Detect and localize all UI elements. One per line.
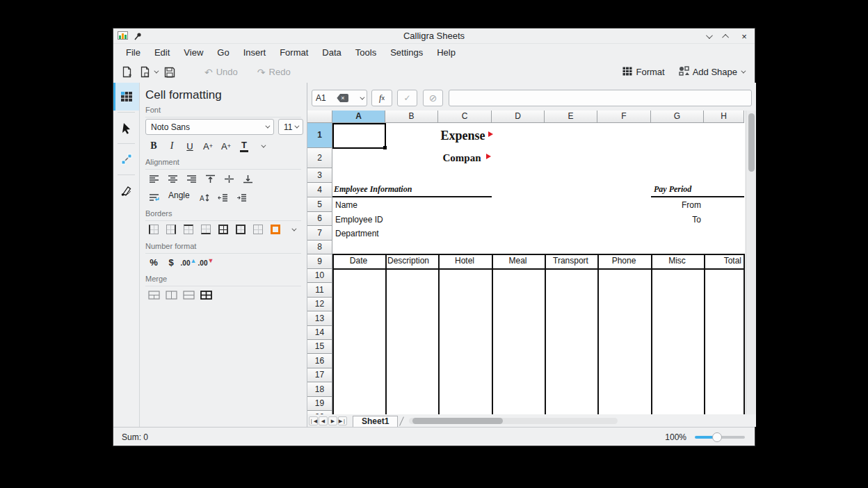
shrink-font-icon[interactable]: A+ bbox=[218, 139, 234, 153]
align-center-icon[interactable] bbox=[164, 172, 181, 186]
menu-edit[interactable]: Edit bbox=[147, 45, 177, 60]
zoom-slider-handle[interactable] bbox=[712, 432, 722, 442]
increase-indent-icon[interactable] bbox=[233, 190, 250, 204]
merge-horizontal-icon[interactable] bbox=[163, 288, 179, 302]
increase-precision-icon[interactable]: .00▲ bbox=[180, 255, 197, 269]
title-bar[interactable]: Calligra Sheets × bbox=[113, 29, 755, 44]
vertical-scrollbar[interactable] bbox=[746, 111, 756, 414]
row-header-6[interactable]: 6 bbox=[307, 212, 332, 226]
cancel-entry-button[interactable]: ⊘ bbox=[423, 90, 443, 106]
table-header-description[interactable]: Description bbox=[387, 256, 435, 266]
table-header-meal[interactable]: Meal bbox=[494, 256, 542, 266]
column-header-f[interactable]: F bbox=[597, 111, 651, 123]
grow-font-icon[interactable]: A+ bbox=[200, 139, 216, 153]
table-header-transport[interactable]: Transport bbox=[547, 256, 595, 266]
decrease-indent-icon[interactable] bbox=[214, 190, 231, 204]
align-right-icon[interactable] bbox=[183, 172, 200, 186]
border-top-icon[interactable] bbox=[180, 222, 197, 236]
row-header-14[interactable]: 14 bbox=[307, 326, 332, 340]
wrap-text-icon[interactable] bbox=[145, 190, 162, 204]
undo-button[interactable]: ↶Undo bbox=[201, 64, 241, 80]
save-button[interactable] bbox=[161, 64, 179, 81]
column-header-e[interactable]: E bbox=[545, 111, 597, 123]
cell-c1-title[interactable]: Expense bbox=[438, 123, 488, 148]
table-header-hotel[interactable]: Hotel bbox=[440, 256, 489, 266]
menu-tools[interactable]: Tools bbox=[348, 45, 383, 60]
decrease-precision-icon[interactable]: .00▼ bbox=[198, 255, 214, 269]
dissociate-cells-icon[interactable] bbox=[198, 288, 214, 302]
border-right-icon[interactable] bbox=[163, 222, 179, 236]
merge-vertical-icon[interactable] bbox=[180, 288, 197, 302]
cell-employee-id-label[interactable]: Employee ID bbox=[335, 215, 383, 225]
row-header-3[interactable]: 3 bbox=[307, 168, 332, 183]
zoom-slider[interactable] bbox=[695, 432, 745, 443]
sheet-tab-active[interactable]: Sheet1 bbox=[353, 416, 398, 427]
merge-cells-icon[interactable] bbox=[145, 288, 162, 302]
column-header-c[interactable]: C bbox=[438, 111, 492, 123]
row-header-13[interactable]: 13 bbox=[307, 311, 332, 326]
add-shape-button[interactable]: Add Shape bbox=[675, 63, 748, 81]
clear-reference-icon[interactable]: × bbox=[337, 94, 348, 102]
row-header-1[interactable]: 1 bbox=[307, 123, 332, 148]
align-bottom-icon[interactable] bbox=[239, 172, 256, 186]
first-sheet-button[interactable]: ❘◀ bbox=[309, 416, 318, 425]
table-header-date[interactable]: Date bbox=[335, 256, 383, 266]
row-header-2[interactable]: 2 bbox=[307, 148, 332, 168]
maximize-icon[interactable] bbox=[721, 31, 731, 41]
table-header-total[interactable]: Total bbox=[706, 256, 741, 266]
previous-sheet-button[interactable]: ◀ bbox=[319, 416, 328, 425]
cell-employee-information[interactable]: Employee Information bbox=[334, 184, 412, 195]
column-header-b[interactable]: B bbox=[385, 111, 438, 123]
selection-fill-handle[interactable] bbox=[383, 146, 387, 149]
row-header-9[interactable]: 9 bbox=[307, 254, 332, 269]
menu-data[interactable]: Data bbox=[315, 45, 348, 60]
confirm-entry-button[interactable]: ✓ bbox=[397, 90, 417, 106]
menu-help[interactable]: Help bbox=[430, 45, 463, 60]
new-document-button[interactable] bbox=[118, 63, 136, 81]
redo-button[interactable]: ↷Redo bbox=[254, 64, 294, 80]
chevron-down-icon[interactable] bbox=[254, 139, 271, 153]
align-left-icon[interactable] bbox=[145, 172, 162, 186]
row-header-7[interactable]: 7 bbox=[307, 226, 332, 241]
tool-cell-format-tool[interactable] bbox=[113, 83, 139, 111]
menu-go[interactable]: Go bbox=[210, 45, 236, 60]
column-header-d[interactable]: D bbox=[492, 111, 545, 123]
formula-wizard-button[interactable]: fx bbox=[371, 90, 392, 106]
border-left-icon[interactable] bbox=[145, 222, 162, 236]
row-header-5[interactable]: 5 bbox=[307, 197, 332, 212]
currency-icon[interactable]: $ bbox=[163, 255, 179, 269]
cell-to-label[interactable]: To bbox=[651, 215, 701, 225]
menu-file[interactable]: File bbox=[119, 45, 147, 60]
minimize-icon[interactable] bbox=[703, 31, 713, 41]
row-header-4[interactable]: 4 bbox=[307, 183, 332, 197]
horizontal-scrollbar-thumb[interactable] bbox=[412, 418, 503, 424]
cell-department-label[interactable]: Department bbox=[335, 229, 379, 238]
column-header-a[interactable]: A bbox=[332, 111, 385, 123]
cell-from-label[interactable]: From bbox=[651, 200, 701, 210]
column-header-g[interactable]: G bbox=[651, 111, 704, 123]
open-document-button[interactable] bbox=[136, 63, 161, 81]
column-header-h[interactable]: H bbox=[704, 111, 744, 123]
border-all-icon[interactable] bbox=[215, 222, 232, 236]
row-header-20[interactable]: 20 bbox=[307, 411, 332, 414]
format-button[interactable]: Format bbox=[619, 64, 668, 81]
row-header-18[interactable]: 18 bbox=[307, 382, 332, 397]
percent-icon[interactable]: % bbox=[145, 255, 162, 269]
table-header-phone[interactable]: Phone bbox=[600, 256, 648, 266]
cell-pay-period[interactable]: Pay Period bbox=[654, 184, 691, 195]
row-header-11[interactable]: 11 bbox=[307, 283, 332, 298]
bold-icon[interactable]: B bbox=[145, 139, 162, 153]
last-sheet-button[interactable]: ▶❘ bbox=[338, 416, 347, 425]
menu-view[interactable]: View bbox=[177, 45, 210, 60]
cell-reference-box[interactable]: A1 × bbox=[312, 90, 367, 106]
cell-c2-title[interactable]: Compan bbox=[438, 148, 485, 168]
row-header-12[interactable]: 12 bbox=[307, 298, 332, 311]
row-header-19[interactable]: 19 bbox=[307, 397, 332, 411]
next-sheet-button[interactable]: ▶ bbox=[328, 416, 337, 425]
border-bottom-icon[interactable] bbox=[198, 222, 214, 236]
row-header-17[interactable]: 17 bbox=[307, 368, 332, 382]
font-size-select[interactable]: 11 bbox=[278, 119, 303, 135]
spreadsheet-grid[interactable]: ABCDEFGH1234567891011121314151617181920E… bbox=[307, 111, 745, 414]
table-header-misc[interactable]: Misc bbox=[653, 256, 701, 266]
row-header-15[interactable]: 15 bbox=[307, 340, 332, 354]
